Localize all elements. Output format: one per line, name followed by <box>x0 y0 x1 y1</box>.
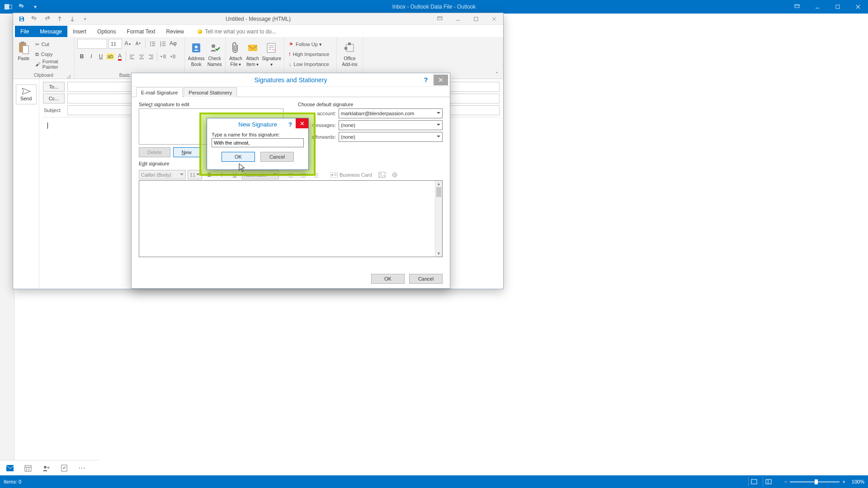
signatures-help-button[interactable]: ? <box>420 75 432 85</box>
font-color-button[interactable]: A <box>115 52 124 61</box>
new-signature-help-button[interactable]: ? <box>286 121 295 128</box>
tab-insert[interactable]: Insert <box>67 26 92 37</box>
scroll-up-button[interactable]: ▲ <box>435 181 442 187</box>
edit-size-select[interactable]: 11 <box>188 170 202 179</box>
msg-qat-customize-button[interactable]: ▾ <box>80 14 90 24</box>
to-button[interactable]: To... <box>43 82 65 92</box>
outlook-minimize-button[interactable] <box>807 0 827 14</box>
tab-review[interactable]: Review <box>161 26 189 37</box>
business-card-button[interactable]: Business Card <box>328 170 375 179</box>
new-signature-cancel-button[interactable]: Cancel <box>260 152 294 162</box>
zoom-slider[interactable] <box>790 481 840 483</box>
shrink-font-button[interactable]: A▼ <box>134 39 143 48</box>
more-nav-button[interactable]: ··· <box>79 465 86 472</box>
svg-rect-44 <box>267 43 275 52</box>
outlook-maximize-button[interactable] <box>827 0 848 14</box>
cc-button[interactable]: Cc... <box>43 94 65 103</box>
view-reading-button[interactable] <box>763 477 774 486</box>
svg-rect-4 <box>836 5 840 9</box>
clear-formatting-button[interactable]: Aφ <box>169 39 178 48</box>
office-addins-button[interactable]: Office Add-ins <box>340 39 360 69</box>
follow-up-button[interactable]: ⚑Follow Up ▾ <box>287 40 331 49</box>
edit-font-select[interactable]: Calibri (Body) <box>139 170 186 179</box>
tab-email-signature[interactable]: E-mail Signature <box>136 87 183 97</box>
copy-button[interactable]: ⧉Copy <box>33 50 71 59</box>
align-right-button[interactable] <box>146 52 156 61</box>
new-signature-ok-button[interactable]: OK <box>222 152 255 162</box>
high-importance-button[interactable]: !High Importance <box>287 50 331 59</box>
check-names-button[interactable]: Check Names <box>207 39 222 69</box>
msg-maximize-button[interactable] <box>467 13 485 25</box>
msg-previous-button[interactable] <box>55 14 65 24</box>
paperclip-icon <box>229 41 243 55</box>
format-painter-button[interactable]: 🖌Format Painter <box>33 60 71 69</box>
outlook-close-button[interactable] <box>848 0 868 14</box>
tab-file[interactable]: File <box>15 26 34 37</box>
signature-button[interactable]: Signature ▾ <box>262 39 281 69</box>
replies-forwards-select[interactable]: (none) <box>339 132 443 142</box>
highlight-button[interactable]: ab <box>106 52 115 61</box>
msg-next-button[interactable] <box>67 14 77 24</box>
zoom-out-button[interactable]: − <box>784 479 787 484</box>
msg-undo-button[interactable] <box>29 14 39 24</box>
grow-font-button[interactable]: A▲ <box>123 39 132 48</box>
insert-picture-button[interactable] <box>377 170 387 179</box>
signatures-cancel-button[interactable]: Cancel <box>409 274 443 284</box>
signatures-close-button[interactable]: ✕ <box>434 75 448 85</box>
tell-me-input[interactable]: Tell me what you want to do... <box>189 26 282 37</box>
scroll-down-button[interactable]: ▼ <box>435 250 442 257</box>
qat-undo-button[interactable] <box>15 1 28 12</box>
align-center-button[interactable] <box>137 52 146 61</box>
svg-point-42 <box>212 44 215 48</box>
delete-button[interactable]: Delete <box>139 147 170 157</box>
tasks-nav-button[interactable] <box>61 465 68 472</box>
new-button[interactable]: New <box>173 147 200 157</box>
msg-minimize-button[interactable] <box>449 13 467 25</box>
tab-options[interactable]: Options <box>92 26 121 37</box>
paste-button[interactable]: Paste <box>16 39 32 69</box>
font-size-select[interactable]: 11 <box>108 39 122 49</box>
msg-save-button[interactable] <box>17 14 27 24</box>
numbering-button[interactable]: 123 <box>158 39 167 48</box>
scroll-thumb[interactable] <box>436 187 441 197</box>
new-signature-title: New Signature ? ✕ <box>207 118 308 130</box>
tab-format-text[interactable]: Format Text <box>121 26 160 37</box>
send-button[interactable]: Send <box>16 84 37 104</box>
clipboard-launcher[interactable]: ◿ <box>66 73 71 79</box>
italic-button[interactable]: I <box>87 52 96 61</box>
underline-button[interactable]: U <box>96 52 105 61</box>
mail-nav-button[interactable] <box>6 465 14 472</box>
msg-close-button[interactable] <box>485 13 503 25</box>
font-family-select[interactable] <box>77 39 107 49</box>
people-nav-button[interactable] <box>42 465 50 472</box>
qat-customize-button[interactable]: ▾ <box>29 1 42 12</box>
signature-edit-textbox[interactable]: ▲ ▼ <box>139 180 443 257</box>
decrease-indent-button[interactable] <box>159 52 168 61</box>
tab-message[interactable]: Message <box>34 26 67 37</box>
msg-ribbon-display-button[interactable] <box>431 13 449 25</box>
view-normal-button[interactable] <box>748 477 760 486</box>
signatures-ok-button[interactable]: OK <box>371 274 405 284</box>
bullets-button[interactable] <box>148 39 157 48</box>
new-signature-close-button[interactable]: ✕ <box>296 118 308 128</box>
tab-personal-stationery[interactable]: Personal Stationery <box>184 87 237 97</box>
attach-file-button[interactable]: Attach File ▾ <box>228 39 243 69</box>
align-left-button[interactable] <box>127 52 137 61</box>
attach-item-button[interactable]: Attach Item ▾ <box>245 39 260 69</box>
low-importance-button[interactable]: ↓Low Importance <box>287 60 331 69</box>
edit-scrollbar[interactable]: ▲ ▼ <box>435 181 442 257</box>
bold-button[interactable]: B <box>77 52 86 61</box>
outlook-ribbon-display-button[interactable] <box>787 0 807 14</box>
svg-rect-43 <box>248 45 257 51</box>
zoom-in-button[interactable]: + <box>842 479 845 484</box>
msg-redo-button[interactable] <box>42 14 52 24</box>
account-select[interactable]: marklabarr@blenderpassion.com <box>339 108 443 118</box>
new-signature-name-input[interactable] <box>212 138 304 147</box>
calendar-nav-button[interactable] <box>24 465 32 472</box>
address-book-button[interactable]: Address Book <box>188 39 205 69</box>
new-messages-select[interactable]: (none) <box>339 120 443 130</box>
insert-hyperlink-button[interactable] <box>389 170 400 179</box>
increase-indent-button[interactable] <box>168 52 177 61</box>
collapse-ribbon-button[interactable]: ˄ <box>493 71 500 78</box>
cut-button[interactable]: ✂Cut <box>33 40 71 49</box>
